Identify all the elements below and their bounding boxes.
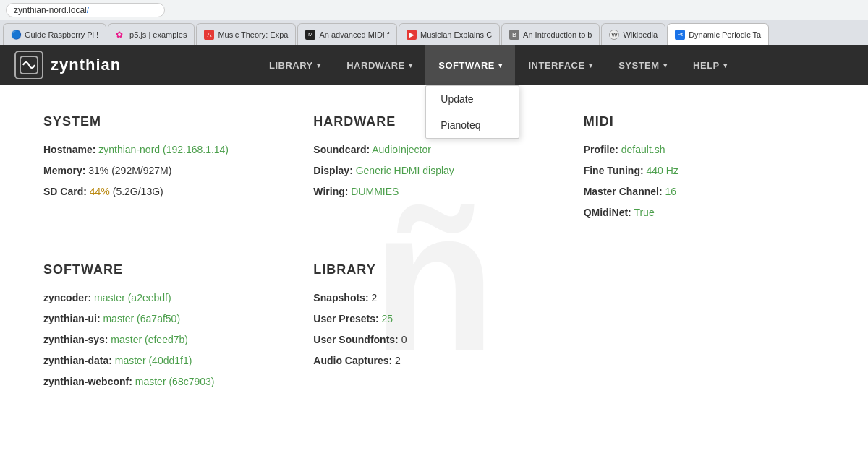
dd-update[interactable]: Update — [426, 86, 519, 112]
sw-zynthian-webconf-label: zynthian-webconf: — [43, 376, 132, 387]
system-sdcard-pct: 44% — [90, 186, 110, 197]
hardware-soundcard-row: Soundcard: AudioInjector — [313, 142, 554, 158]
tab-midi[interactable]: M An advanced MIDI f — [297, 23, 397, 45]
library-title: LIBRARY — [313, 262, 554, 277]
hardware-wiring-value: DUMMIES — [351, 186, 399, 197]
system-sdcard-label: SD Card: — [43, 186, 87, 197]
nav-hardware-chevron: ▾ — [409, 61, 413, 69]
hardware-display-row: Display: Generic HDMI display — [313, 163, 554, 178]
tab-intro[interactable]: B An Introduction to b — [501, 23, 600, 45]
hardware-soundcard-label: Soundcard: — [313, 144, 370, 155]
tab-guide-favicon: 🔵 — [11, 30, 21, 40]
url-text: zynthian-nord.local — [14, 5, 87, 15]
hardware-display-label: Display: — [313, 165, 352, 176]
hardware-soundcard-value: AudioInjector — [372, 144, 431, 155]
tab-dynamic[interactable]: Pt Dynamic Periodic Ta — [667, 23, 769, 45]
sw-zyncoder-label: zyncoder: — [43, 292, 91, 303]
library-section: LIBRARY Snapshots: 2 User Presets: 25 Us… — [313, 255, 554, 402]
tab-guide[interactable]: 🔵 Guide Raspberry Pi ! — [3, 23, 106, 45]
hardware-display-value: Generic HDMI display — [356, 165, 454, 176]
tab-intro-label: An Introduction to b — [523, 30, 592, 39]
midi-masterchannel-label: Master Channel: — [584, 186, 663, 197]
nav-help[interactable]: HELP ▾ — [680, 45, 740, 85]
tab-music-label: Music Theory: Expa — [218, 30, 288, 39]
url-bar[interactable]: zynthian-nord.local/ — [6, 3, 165, 17]
midi-finetuning-row: Fine Tuning: 440 Hz — [584, 163, 825, 178]
url-slash: / — [87, 5, 89, 15]
tab-musician-favicon: ▶ — [407, 30, 417, 40]
system-sdcard-row: SD Card: 44% (5.2G/13G) — [43, 184, 284, 199]
lib-audiocaptures-value: 2 — [395, 355, 401, 366]
nav-interface-chevron: ▾ — [589, 61, 593, 69]
nav-library[interactable]: LIBRARY ▾ — [256, 45, 333, 85]
midi-section: MIDI Profile: default.sh Fine Tuning: 44… — [584, 107, 825, 233]
system-hostname-value: zynthian-nord (192.168.1.14) — [98, 144, 229, 155]
nav-help-chevron: ▾ — [723, 61, 728, 69]
hardware-wiring-label: Wiring: — [313, 186, 348, 197]
software-dropdown: Update Pianoteq — [425, 85, 519, 139]
system-sdcard-value: 44% (5.2G/13G) — [90, 186, 163, 197]
lib-soundfonts-label: User Soundfonts: — [313, 334, 398, 345]
sw-zynthian-data-value: master (40dd1f1) — [115, 355, 192, 366]
system-hostname-label: Hostname: — [43, 144, 95, 155]
sw-zynthian-ui-label: zynthian-ui: — [43, 313, 101, 324]
lib-userpresets-label: User Presets: — [313, 313, 378, 324]
midi-qmidinet-row: QMidiNet: True — [584, 205, 825, 220]
nav-software-chevron: ▾ — [498, 61, 503, 69]
browser-bar: zynthian-nord.local/ — [0, 0, 868, 20]
logo-text: zynthian — [51, 56, 121, 74]
content-grid: SYSTEM Hostname: zynthian-nord (192.168.… — [43, 107, 825, 402]
nav-interface[interactable]: INTERFACE ▾ — [515, 45, 605, 85]
system-memory-label: Memory: — [43, 165, 85, 176]
nav-system-label: SYSTEM — [618, 60, 659, 71]
lib-soundfonts-row: User Soundfonts: 0 — [313, 332, 554, 348]
dd-pianoteq[interactable]: Pianoteq — [426, 112, 519, 138]
tab-wikipedia-label: Wikipedia — [623, 30, 658, 39]
lib-audiocaptures-label: Audio Captures: — [313, 355, 392, 366]
tab-p5js[interactable]: ✿ p5.js | examples — [108, 23, 195, 45]
logo-area: zynthian — [14, 51, 121, 79]
tab-p5js-favicon: ✿ — [116, 30, 126, 40]
lib-userpresets-row: User Presets: 25 — [313, 311, 554, 327]
hardware-wiring-row: Wiring: DUMMIES — [313, 184, 554, 199]
lib-snapshots-value: 2 — [371, 292, 377, 303]
tab-wikipedia[interactable]: W Wikipedia — [601, 23, 665, 45]
sw-zynthian-sys-label: zynthian-sys: — [43, 334, 108, 345]
nav-help-label: HELP — [693, 60, 720, 71]
sw-zyncoder-value: master (a2eebdf) — [94, 292, 171, 303]
nav-system-chevron: ▾ — [663, 61, 668, 69]
tab-music[interactable]: A Music Theory: Expa — [196, 23, 296, 45]
sw-zynthian-data-label: zynthian-data: — [43, 355, 112, 366]
system-hostname-row: Hostname: zynthian-nord (192.168.1.14) — [43, 142, 284, 158]
tab-midi-label: An advanced MIDI f — [319, 30, 389, 39]
software-section-title: SOFTWARE — [43, 262, 284, 277]
midi-qmidinet-label: QMidiNet: — [584, 207, 631, 218]
nav-hardware-label: HARDWARE — [346, 60, 405, 71]
tabs-bar: 🔵 Guide Raspberry Pi ! ✿ p5.js | example… — [0, 20, 868, 45]
software-section: SOFTWARE zyncoder: master (a2eebdf) zynt… — [43, 255, 284, 402]
nav-system[interactable]: SYSTEM ▾ — [605, 45, 680, 85]
tab-music-favicon: A — [204, 30, 214, 40]
tab-dynamic-label: Dynamic Periodic Ta — [689, 30, 761, 39]
system-section: SYSTEM Hostname: zynthian-nord (192.168.… — [43, 107, 284, 233]
midi-finetuning-value: 440 Hz — [647, 165, 678, 176]
nav-hardware[interactable]: HARDWARE ▾ — [333, 45, 425, 85]
tab-midi-favicon: M — [305, 30, 315, 40]
nav-library-label: LIBRARY — [269, 60, 313, 71]
sw-zynthian-data-row: zynthian-data: master (40dd1f1) — [43, 353, 284, 369]
midi-profile-row: Profile: default.sh — [584, 142, 825, 158]
midi-qmidinet-value: True — [634, 207, 654, 218]
midi-profile-label: Profile: — [584, 144, 618, 155]
sw-zynthian-sys-row: zynthian-sys: master (efeed7b) — [43, 332, 284, 348]
tab-guide-label: Guide Raspberry Pi ! — [25, 30, 98, 39]
tab-musician[interactable]: ▶ Musician Explains C — [399, 23, 500, 45]
tab-p5js-label: p5.js | examples — [129, 30, 187, 39]
main-content: ñ SYSTEM Hostname: zynthian-nord (192.16… — [0, 85, 868, 461]
nav-software[interactable]: SOFTWARE ▾ Update Pianoteq — [425, 45, 515, 85]
system-sdcard-detail: (5.2G/13G) — [113, 186, 163, 197]
tab-wikipedia-favicon: W — [609, 30, 619, 40]
nav-software-label: SOFTWARE — [438, 60, 495, 71]
tab-dynamic-favicon: Pt — [675, 30, 685, 40]
lib-snapshots-row: Snapshots: 2 — [313, 290, 554, 306]
midi-profile-value: default.sh — [621, 144, 665, 155]
